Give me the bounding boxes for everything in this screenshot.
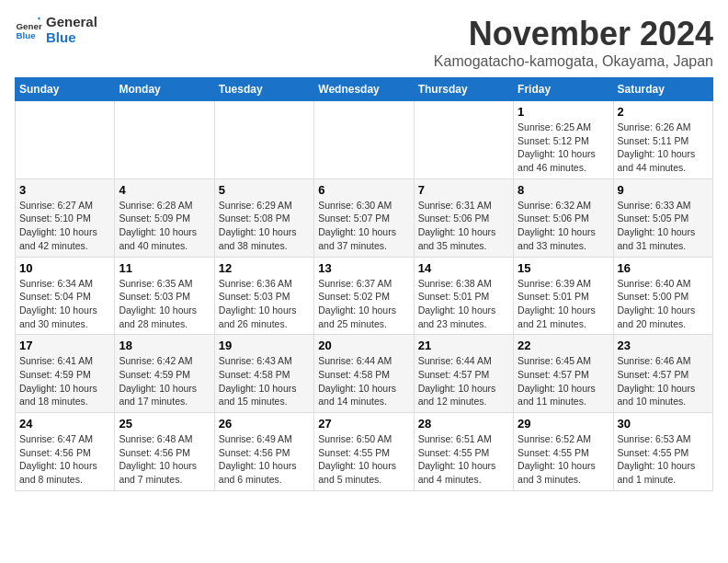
calendar-cell: 6Sunrise: 6:30 AM Sunset: 5:07 PM Daylig… xyxy=(314,178,414,257)
day-number: 16 xyxy=(618,261,709,275)
month-title: November 2024 xyxy=(434,15,713,53)
svg-marker-2 xyxy=(38,17,40,20)
day-number: 9 xyxy=(618,183,709,197)
calendar-cell: 8Sunrise: 6:32 AM Sunset: 5:06 PM Daylig… xyxy=(514,178,613,257)
day-number: 28 xyxy=(418,417,509,431)
calendar-cell: 2Sunrise: 6:26 AM Sunset: 5:11 PM Daylig… xyxy=(613,101,712,179)
calendar-cell xyxy=(115,101,214,179)
cell-info: Sunrise: 6:41 AM Sunset: 4:59 PM Dayligh… xyxy=(19,354,110,408)
calendar-cell xyxy=(314,101,414,179)
svg-text:Blue: Blue xyxy=(17,30,37,40)
calendar-cell: 17Sunrise: 6:41 AM Sunset: 4:59 PM Dayli… xyxy=(16,335,115,413)
cell-info: Sunrise: 6:30 AM Sunset: 5:07 PM Dayligh… xyxy=(318,199,409,253)
calendar-week-row: 1Sunrise: 6:25 AM Sunset: 5:12 PM Daylig… xyxy=(16,101,713,179)
day-number: 18 xyxy=(119,339,210,352)
cell-info: Sunrise: 6:52 AM Sunset: 4:55 PM Dayligh… xyxy=(518,432,609,487)
calendar-week-row: 10Sunrise: 6:34 AM Sunset: 5:04 PM Dayli… xyxy=(16,257,713,335)
day-number: 11 xyxy=(119,261,210,275)
logo: General Blue General Blue xyxy=(15,15,97,45)
weekday-header: Saturday xyxy=(613,78,712,101)
day-number: 30 xyxy=(618,417,709,431)
calendar-cell: 4Sunrise: 6:28 AM Sunset: 5:09 PM Daylig… xyxy=(115,178,214,257)
logo-line2: Blue xyxy=(46,30,97,46)
calendar-cell: 21Sunrise: 6:44 AM Sunset: 4:57 PM Dayli… xyxy=(414,335,513,413)
cell-info: Sunrise: 6:44 AM Sunset: 4:57 PM Dayligh… xyxy=(418,354,509,408)
cell-info: Sunrise: 6:39 AM Sunset: 5:01 PM Dayligh… xyxy=(518,277,609,331)
day-number: 24 xyxy=(19,417,110,431)
calendar-cell: 9Sunrise: 6:33 AM Sunset: 5:05 PM Daylig… xyxy=(613,178,712,257)
calendar-cell: 16Sunrise: 6:40 AM Sunset: 5:00 PM Dayli… xyxy=(613,257,712,335)
cell-info: Sunrise: 6:33 AM Sunset: 5:05 PM Dayligh… xyxy=(618,199,709,253)
calendar-cell: 26Sunrise: 6:49 AM Sunset: 4:56 PM Dayli… xyxy=(214,413,313,491)
calendar-cell: 7Sunrise: 6:31 AM Sunset: 5:06 PM Daylig… xyxy=(414,178,513,257)
day-number: 10 xyxy=(19,261,110,275)
cell-info: Sunrise: 6:51 AM Sunset: 4:55 PM Dayligh… xyxy=(418,432,509,487)
weekday-header: Thursday xyxy=(414,78,513,101)
day-number: 25 xyxy=(119,417,210,431)
day-number: 15 xyxy=(518,261,609,275)
title-area: November 2024 Kamogatacho-kamogata, Okay… xyxy=(434,15,713,70)
cell-info: Sunrise: 6:28 AM Sunset: 5:09 PM Dayligh… xyxy=(119,199,210,253)
weekday-header: Tuesday xyxy=(214,78,313,101)
cell-info: Sunrise: 6:45 AM Sunset: 4:57 PM Dayligh… xyxy=(518,354,609,408)
calendar-cell: 19Sunrise: 6:43 AM Sunset: 4:58 PM Dayli… xyxy=(214,335,313,413)
weekday-header: Monday xyxy=(115,78,214,101)
cell-info: Sunrise: 6:46 AM Sunset: 4:57 PM Dayligh… xyxy=(618,354,709,408)
cell-info: Sunrise: 6:40 AM Sunset: 5:00 PM Dayligh… xyxy=(618,277,709,331)
calendar-cell: 18Sunrise: 6:42 AM Sunset: 4:59 PM Dayli… xyxy=(115,335,214,413)
calendar-cell: 11Sunrise: 6:35 AM Sunset: 5:03 PM Dayli… xyxy=(115,257,214,335)
day-number: 29 xyxy=(518,417,609,431)
weekday-header: Friday xyxy=(514,78,613,101)
cell-info: Sunrise: 6:35 AM Sunset: 5:03 PM Dayligh… xyxy=(119,277,210,331)
day-number: 27 xyxy=(318,417,409,431)
weekday-header: Sunday xyxy=(16,78,115,101)
cell-info: Sunrise: 6:29 AM Sunset: 5:08 PM Dayligh… xyxy=(219,199,310,253)
cell-info: Sunrise: 6:44 AM Sunset: 4:58 PM Dayligh… xyxy=(318,354,409,408)
day-number: 2 xyxy=(618,105,709,119)
day-number: 17 xyxy=(19,339,110,352)
calendar-week-row: 3Sunrise: 6:27 AM Sunset: 5:10 PM Daylig… xyxy=(16,178,713,257)
day-number: 21 xyxy=(418,339,509,352)
calendar-cell: 1Sunrise: 6:25 AM Sunset: 5:12 PM Daylig… xyxy=(514,101,613,179)
calendar-cell: 10Sunrise: 6:34 AM Sunset: 5:04 PM Dayli… xyxy=(16,257,115,335)
day-number: 3 xyxy=(19,183,110,197)
calendar-cell: 14Sunrise: 6:38 AM Sunset: 5:01 PM Dayli… xyxy=(414,257,513,335)
calendar-cell: 29Sunrise: 6:52 AM Sunset: 4:55 PM Dayli… xyxy=(514,413,613,491)
calendar-cell: 27Sunrise: 6:50 AM Sunset: 4:55 PM Dayli… xyxy=(314,413,414,491)
calendar-cell: 30Sunrise: 6:53 AM Sunset: 4:55 PM Dayli… xyxy=(613,413,712,491)
cell-info: Sunrise: 6:49 AM Sunset: 4:56 PM Dayligh… xyxy=(219,432,310,487)
day-number: 19 xyxy=(219,339,310,352)
cell-info: Sunrise: 6:36 AM Sunset: 5:03 PM Dayligh… xyxy=(219,277,310,331)
cell-info: Sunrise: 6:48 AM Sunset: 4:56 PM Dayligh… xyxy=(119,432,210,487)
calendar-cell: 3Sunrise: 6:27 AM Sunset: 5:10 PM Daylig… xyxy=(16,178,115,257)
day-number: 23 xyxy=(618,339,709,352)
weekday-header: Wednesday xyxy=(314,78,414,101)
calendar-cell: 12Sunrise: 6:36 AM Sunset: 5:03 PM Dayli… xyxy=(214,257,313,335)
calendar-cell: 24Sunrise: 6:47 AM Sunset: 4:56 PM Dayli… xyxy=(16,413,115,491)
calendar-cell: 15Sunrise: 6:39 AM Sunset: 5:01 PM Dayli… xyxy=(514,257,613,335)
calendar-cell: 20Sunrise: 6:44 AM Sunset: 4:58 PM Dayli… xyxy=(314,335,414,413)
calendar-cell: 23Sunrise: 6:46 AM Sunset: 4:57 PM Dayli… xyxy=(613,335,712,413)
calendar-cell xyxy=(16,101,115,179)
svg-text:General: General xyxy=(17,20,43,30)
cell-info: Sunrise: 6:43 AM Sunset: 4:58 PM Dayligh… xyxy=(219,354,310,408)
day-number: 20 xyxy=(318,339,409,352)
day-number: 8 xyxy=(518,183,609,197)
calendar-body: 1Sunrise: 6:25 AM Sunset: 5:12 PM Daylig… xyxy=(16,101,713,491)
calendar-header-row: SundayMondayTuesdayWednesdayThursdayFrid… xyxy=(16,78,713,101)
cell-info: Sunrise: 6:34 AM Sunset: 5:04 PM Dayligh… xyxy=(19,277,110,331)
day-number: 26 xyxy=(219,417,310,431)
logo-icon: General Blue xyxy=(15,17,42,44)
cell-info: Sunrise: 6:25 AM Sunset: 5:12 PM Dayligh… xyxy=(518,121,609,175)
calendar-week-row: 17Sunrise: 6:41 AM Sunset: 4:59 PM Dayli… xyxy=(16,335,713,413)
cell-info: Sunrise: 6:47 AM Sunset: 4:56 PM Dayligh… xyxy=(19,432,110,487)
cell-info: Sunrise: 6:31 AM Sunset: 5:06 PM Dayligh… xyxy=(418,199,509,253)
cell-info: Sunrise: 6:27 AM Sunset: 5:10 PM Dayligh… xyxy=(19,199,110,253)
day-number: 14 xyxy=(418,261,509,275)
day-number: 6 xyxy=(318,183,409,197)
cell-info: Sunrise: 6:50 AM Sunset: 4:55 PM Dayligh… xyxy=(318,432,409,487)
page-header: General Blue General Blue November 2024 … xyxy=(15,15,713,70)
calendar-cell xyxy=(414,101,513,179)
location-title: Kamogatacho-kamogata, Okayama, Japan xyxy=(434,53,713,70)
day-number: 1 xyxy=(518,105,609,119)
